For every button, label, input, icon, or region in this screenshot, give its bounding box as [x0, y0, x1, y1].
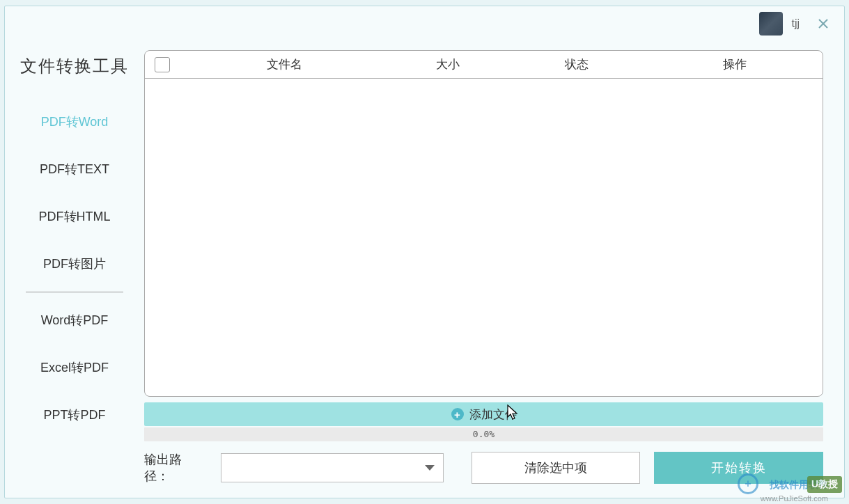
progress-text: 0.0%	[144, 427, 823, 441]
sidebar-title: 文件转换工具	[12, 55, 137, 77]
sidebar: 文件转换工具 PDF转Word PDF转TEXT PDF转HTML PDF转图片…	[12, 55, 137, 439]
main-area: 文件名 大小 状态 操作 + 添加文件 0.0% 输出路径： 清除选中项 开始转…	[144, 50, 823, 477]
clear-selected-button[interactable]: 清除选中项	[472, 452, 641, 484]
bottom-row: 输出路径： 清除选中项 开始转换	[144, 451, 823, 485]
titlebar: tjj	[759, 6, 844, 41]
sidebar-item-excel-to-pdf[interactable]: Excel转PDF	[12, 344, 137, 391]
watermark-url: www.PuJieSoft.com	[761, 494, 828, 503]
column-size: 大小	[389, 56, 507, 72]
plus-icon: +	[451, 408, 464, 420]
watermark-logo-icon: +	[738, 473, 758, 494]
column-status: 状态	[507, 56, 646, 72]
username: tjj	[791, 17, 800, 30]
add-file-label: 添加文件	[469, 407, 517, 423]
watermark-badge: U教授	[807, 476, 842, 493]
sidebar-divider	[26, 292, 123, 292]
sidebar-item-pdf-to-word[interactable]: PDF转Word	[12, 98, 137, 145]
close-button[interactable]	[815, 15, 832, 32]
close-icon	[818, 18, 829, 29]
sidebar-item-pdf-to-image[interactable]: PDF转图片	[12, 240, 137, 288]
sidebar-item-word-to-pdf[interactable]: Word转PDF	[12, 297, 137, 344]
column-filename: 文件名	[180, 56, 389, 72]
select-all-checkbox[interactable]	[155, 57, 170, 72]
file-table: 文件名 大小 状态 操作	[144, 50, 823, 397]
sidebar-item-pdf-to-text[interactable]: PDF转TEXT	[12, 145, 137, 193]
table-header: 文件名 大小 状态 操作	[145, 51, 823, 79]
chevron-down-icon	[425, 465, 435, 471]
select-all-column	[145, 57, 180, 72]
output-path-select[interactable]	[221, 453, 444, 482]
progress-bar: 0.0%	[144, 427, 823, 441]
sidebar-item-ppt-to-pdf[interactable]: PPT转PDF	[12, 391, 137, 439]
column-action: 操作	[646, 56, 823, 72]
app-window: tjj 文件转换工具 PDF转Word PDF转TEXT PDF转HTML PD…	[4, 6, 845, 498]
output-path-label: 输出路径：	[144, 451, 207, 485]
add-file-button[interactable]: + 添加文件	[144, 402, 823, 426]
avatar[interactable]	[759, 12, 783, 36]
sidebar-item-pdf-to-html[interactable]: PDF转HTML	[12, 193, 137, 240]
